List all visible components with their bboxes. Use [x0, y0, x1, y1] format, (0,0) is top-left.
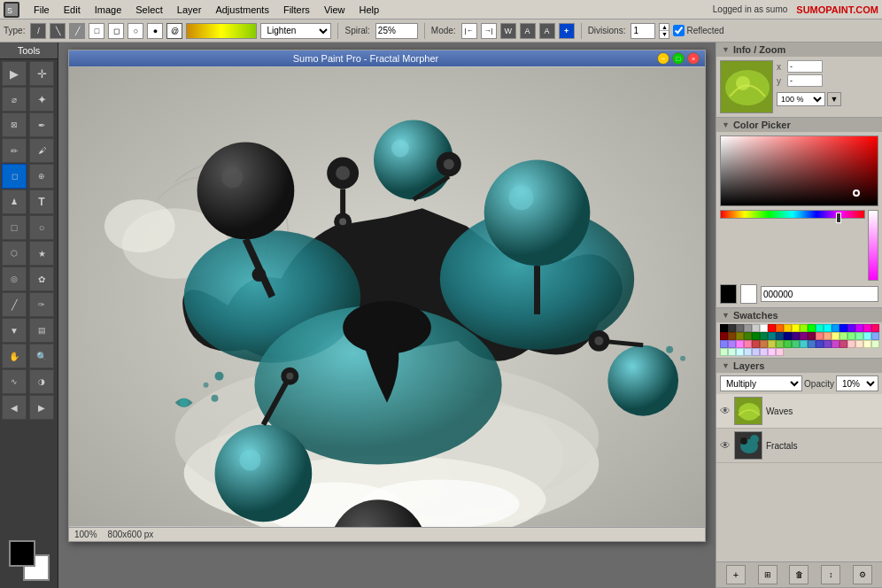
- swatch-63[interactable]: [744, 348, 752, 356]
- swatch-60[interactable]: [720, 348, 728, 356]
- shape-btn-7[interactable]: ●: [147, 23, 163, 39]
- opacity-select[interactable]: 10% 100% 50%: [836, 375, 878, 391]
- zoom-select[interactable]: 100 % 50 % 200 %: [777, 92, 825, 106]
- menu-image[interactable]: Image: [88, 3, 129, 17]
- swatch-66[interactable]: [768, 348, 776, 356]
- menu-help[interactable]: Help: [352, 3, 387, 17]
- shape-btn-5[interactable]: ◻: [108, 23, 124, 39]
- crop-tool[interactable]: ⊠: [2, 112, 27, 137]
- swatch-35[interactable]: [839, 332, 847, 340]
- swatch-21[interactable]: [728, 332, 736, 340]
- menu-select[interactable]: Select: [128, 3, 170, 17]
- swatch-54[interactable]: [832, 340, 839, 348]
- swatch-42[interactable]: [736, 340, 744, 348]
- swatch-31[interactable]: [808, 332, 816, 340]
- canvas-content[interactable]: [69, 66, 705, 527]
- y-value[interactable]: [787, 74, 823, 87]
- shape-btn-6[interactable]: ○: [128, 23, 143, 39]
- star-tool[interactable]: ★: [29, 241, 54, 266]
- swatch-52[interactable]: [816, 340, 824, 348]
- line-tool[interactable]: ╱: [2, 292, 27, 317]
- gradient-tool[interactable]: ▤: [29, 318, 54, 343]
- swatch-28[interactable]: [784, 332, 792, 340]
- delete-layer-btn[interactable]: 🗑: [789, 565, 808, 584]
- menu-edit[interactable]: Edit: [57, 3, 88, 17]
- swatch-61[interactable]: [728, 348, 736, 356]
- stamp-tool[interactable]: ♟: [2, 190, 27, 214]
- swatch-40[interactable]: [720, 340, 728, 348]
- swatch-30[interactable]: [800, 332, 808, 340]
- saturation-bar[interactable]: [868, 210, 878, 281]
- swatch-16[interactable]: [847, 324, 855, 332]
- color-picker-arrow[interactable]: ▼: [722, 120, 730, 129]
- eraser-tool[interactable]: ◻: [2, 164, 27, 189]
- swatch-4[interactable]: [752, 324, 760, 332]
- swatch-0[interactable]: [720, 324, 728, 332]
- zoom-tool[interactable]: 🔍: [29, 344, 54, 368]
- hex-input[interactable]: [761, 286, 878, 302]
- swatch-65[interactable]: [760, 348, 768, 356]
- swatch-33[interactable]: [824, 332, 832, 340]
- mode-btn-4[interactable]: A: [520, 23, 536, 39]
- swatch-29[interactable]: [792, 332, 800, 340]
- swatch-20[interactable]: [720, 332, 728, 340]
- mode-btn-3[interactable]: W: [500, 23, 516, 39]
- move-layer-btn[interactable]: ↕: [821, 565, 840, 584]
- reflected-checkbox-label[interactable]: Reflected: [673, 25, 723, 36]
- layer-eye-waves[interactable]: 👁: [720, 405, 731, 417]
- eyedropper-tool[interactable]: ✒: [29, 112, 54, 137]
- swatch-25[interactable]: [760, 332, 768, 340]
- spiral-input[interactable]: [375, 23, 418, 39]
- swatch-48[interactable]: [784, 340, 792, 348]
- swatch-14[interactable]: [832, 324, 839, 332]
- shape-btn-spiral[interactable]: @: [166, 23, 182, 39]
- prev-history[interactable]: ◀: [2, 395, 27, 420]
- divisions-input[interactable]: [631, 23, 655, 39]
- dodge-tool[interactable]: ◑: [29, 369, 54, 394]
- swatch-41[interactable]: [728, 340, 736, 348]
- shape-btn-4[interactable]: □: [89, 23, 104, 39]
- layer-item-waves[interactable]: 👁 Waves: [716, 394, 882, 429]
- mode-btn-5[interactable]: A: [539, 23, 555, 39]
- swatch-53[interactable]: [824, 340, 832, 348]
- swatch-56[interactable]: [847, 340, 855, 348]
- canvas-image[interactable]: [69, 66, 705, 527]
- next-history[interactable]: ▶: [29, 395, 54, 420]
- swatch-34[interactable]: [832, 332, 839, 340]
- foreground-color[interactable]: [9, 540, 35, 567]
- swatch-13[interactable]: [824, 324, 832, 332]
- pen-tool[interactable]: ✑: [29, 292, 54, 317]
- layer-eye-fractals[interactable]: 👁: [720, 439, 731, 452]
- flower-tool[interactable]: ✿: [29, 267, 54, 291]
- color-bar[interactable]: [186, 23, 257, 39]
- swatch-1[interactable]: [728, 324, 736, 332]
- background-preview[interactable]: [740, 284, 757, 304]
- swatch-8[interactable]: [784, 324, 792, 332]
- move-tool[interactable]: ✛: [29, 61, 54, 86]
- menu-view[interactable]: View: [317, 3, 352, 17]
- swatch-5[interactable]: [760, 324, 768, 332]
- pencil-tool[interactable]: ✏: [2, 138, 27, 163]
- swatch-45[interactable]: [760, 340, 768, 348]
- zoom-dropdown-btn[interactable]: ▼: [827, 92, 841, 106]
- blend-mode-select[interactable]: Lighten Normal Multiply Screen Overlay: [260, 23, 331, 39]
- reflected-checkbox[interactable]: [673, 25, 685, 36]
- x-value[interactable]: [787, 60, 823, 73]
- swatch-2[interactable]: [736, 324, 744, 332]
- blend-mode-layers-select[interactable]: Multiply Normal Screen Overlay: [720, 375, 802, 391]
- brush-tool[interactable]: 🖌: [29, 138, 54, 163]
- divisions-spinner[interactable]: ▲ ▼: [659, 23, 669, 39]
- swatch-11[interactable]: [808, 324, 816, 332]
- add-layer-btn[interactable]: +: [726, 565, 746, 584]
- lasso-tool[interactable]: ⌀: [2, 87, 27, 112]
- wand-tool[interactable]: ✦: [29, 87, 54, 112]
- fill-tool[interactable]: ▼: [2, 318, 27, 343]
- minimize-btn[interactable]: −: [657, 52, 669, 65]
- menu-adjustments[interactable]: Adjustments: [208, 3, 276, 17]
- mode-btn-2[interactable]: →|: [481, 23, 497, 39]
- shape-btn-1[interactable]: /: [30, 23, 46, 39]
- swatch-50[interactable]: [800, 340, 808, 348]
- info-zoom-arrow[interactable]: ▼: [722, 45, 730, 54]
- swatch-47[interactable]: [776, 340, 784, 348]
- swatch-67[interactable]: [776, 348, 784, 356]
